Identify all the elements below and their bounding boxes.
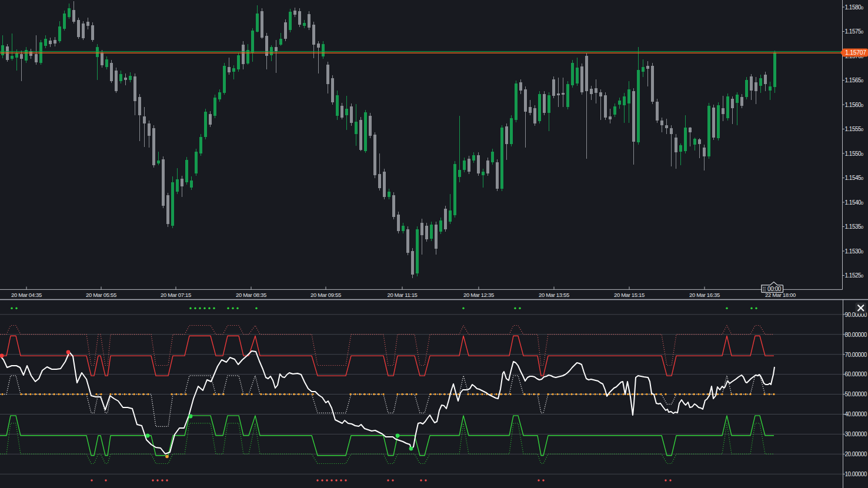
svg-text:20 Mar 05:55: 20 Mar 05:55 — [86, 292, 116, 298]
svg-text:70.00000: 70.00000 — [845, 352, 867, 358]
svg-text:1.15250: 1.15250 — [845, 272, 864, 279]
svg-text:1.15450: 1.15450 — [845, 175, 864, 181]
svg-text:1.15500: 1.15500 — [845, 151, 864, 157]
svg-text:20 Mar 12:35: 20 Mar 12:35 — [463, 292, 494, 298]
svg-text:1.15400: 1.15400 — [845, 199, 864, 206]
svg-text:40.00000: 40.00000 — [845, 411, 867, 417]
svg-text:1.15707: 1.15707 — [845, 49, 866, 56]
svg-text:1.15800: 1.15800 — [845, 4, 864, 11]
svg-text:20 Mar 13:55: 20 Mar 13:55 — [539, 292, 569, 298]
svg-text:1.15350: 1.15350 — [845, 223, 864, 230]
svg-text:20 Mar 04:35: 20 Mar 04:35 — [11, 292, 42, 298]
svg-text:20 Mar 15:15: 20 Mar 15:15 — [614, 292, 645, 298]
svg-text:30.00000: 30.00000 — [845, 431, 867, 437]
svg-text:1.15650: 1.15650 — [845, 77, 864, 83]
svg-text:1.15750: 1.15750 — [845, 28, 864, 35]
svg-text:50.00000: 50.00000 — [845, 391, 867, 397]
svg-text:1.15550: 1.15550 — [845, 126, 864, 132]
svg-text:20 Mar 16:35: 20 Mar 16:35 — [689, 292, 720, 298]
svg-text:1.15300: 1.15300 — [845, 248, 864, 255]
svg-text:1.15600: 1.15600 — [845, 102, 864, 108]
svg-text:20.00000: 20.00000 — [845, 451, 867, 457]
svg-text:20 Mar 11:15: 20 Mar 11:15 — [387, 292, 417, 298]
svg-text:20 Mar 07:15: 20 Mar 07:15 — [161, 292, 191, 298]
svg-text:00:00: 00:00 — [767, 286, 782, 292]
svg-text:20 Mar 09:55: 20 Mar 09:55 — [311, 292, 341, 298]
svg-text:20 Mar 08:35: 20 Mar 08:35 — [236, 292, 266, 298]
svg-text:80.00000: 80.00000 — [845, 332, 867, 338]
svg-text:60.00000: 60.00000 — [845, 371, 867, 377]
svg-text:10.00000: 10.00000 — [845, 471, 867, 477]
